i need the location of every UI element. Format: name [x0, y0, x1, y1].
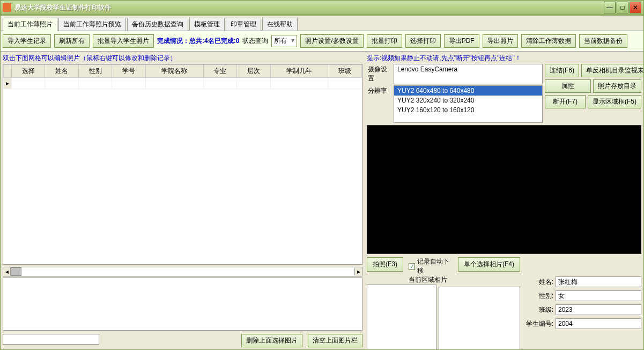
path-input[interactable] — [3, 334, 99, 345]
toolbar: 导入学生记录 刷新所有 批量导入学生照片 完成情况：总共:4名已完成:0 状态查… — [1, 31, 643, 52]
image-strip[interactable] — [3, 278, 362, 331]
disconnect-button[interactable]: 断开(F7) — [545, 95, 586, 108]
select-print-button[interactable]: 选择打印 — [405, 34, 441, 48]
row-marker-icon: ▸ — [4, 78, 12, 89]
col-college[interactable]: 学院名称 — [145, 65, 203, 78]
maximize-button[interactable]: □ — [617, 2, 628, 13]
lower-left-panel: ◂ ▸ 删除上面选择图片 清空上面图片栏 — [3, 267, 362, 347]
col-name[interactable]: 姓名 — [45, 65, 78, 78]
batch-import-button[interactable]: 批量导入学生照片 — [93, 34, 154, 48]
camera-preview — [367, 125, 641, 254]
resolution-option[interactable]: YUY2 160x120 to 160x120 — [394, 105, 542, 115]
window-title: 易达大学院校学生证制作打印软件 — [14, 3, 603, 12]
slider-right-icon[interactable]: ▸ — [354, 268, 362, 275]
app-icon — [3, 3, 11, 12]
grid-instruction: 双击下面网格可以编辑照片（鼠标右键可以修改和删除记录） — [3, 54, 362, 63]
left-panel: 双击下面网格可以编辑照片（鼠标右键可以修改和删除记录） 选择 姓名 性别 学号 … — [1, 52, 365, 349]
device-select[interactable]: Lenovo EasyCamera — [394, 64, 543, 84]
export-pdf-button[interactable]: 导出PDF — [444, 34, 479, 48]
resolution-option[interactable]: YUY2 640x480 to 640x480 — [394, 86, 542, 96]
capture-button[interactable]: 拍照(F3) — [367, 257, 403, 272]
resolution-option[interactable]: YUY2 320x240 to 320x240 — [394, 96, 542, 105]
batch-print-button[interactable]: 批量打印 — [367, 34, 402, 48]
col-select[interactable]: 选择 — [12, 65, 45, 78]
col-class[interactable]: 班级 — [328, 65, 362, 78]
name-input[interactable] — [556, 276, 641, 287]
tab-stamp[interactable]: 印章管理 — [226, 18, 261, 31]
tab-current-photos[interactable]: 当前工作薄照片 — [3, 18, 57, 31]
auto-next-label: 记录自动下移 — [417, 257, 453, 275]
photo-dir-button[interactable]: 照片存放目录 — [593, 79, 641, 93]
slider-left-icon[interactable]: ◂ — [3, 268, 11, 275]
sid-label: 学生编号: — [523, 319, 553, 329]
col-id[interactable]: 学号 — [112, 65, 145, 78]
col-years[interactable]: 学制几年 — [270, 65, 328, 78]
titlebar: 易达大学院校学生证制作打印软件 — □ ✕ — [0, 0, 644, 15]
auto-next-checkbox[interactable]: ✓ — [409, 263, 415, 270]
col-sex[interactable]: 性别 — [78, 65, 112, 78]
col-major[interactable]: 专业 — [203, 65, 236, 78]
table-row[interactable]: ▸ — [4, 78, 362, 89]
connect-button[interactable]: 连结(F6) — [545, 64, 579, 77]
resolution-label: 分辨率 — [367, 85, 394, 123]
single-select-button[interactable]: 单个选择相片(F4) — [458, 257, 520, 272]
horizontal-slider[interactable]: ◂ ▸ — [3, 267, 362, 276]
tab-template[interactable]: 模板管理 — [189, 18, 225, 31]
captured-photo-area-1[interactable] — [367, 285, 436, 349]
slr-dir-button[interactable]: 单反相机目录监视未启用 — [581, 64, 643, 77]
name-label: 姓名: — [523, 278, 553, 287]
resolution-list[interactable]: YUY2 640x480 to 640x480 YUY2 320x240 to … — [394, 85, 543, 123]
close-button[interactable]: ✕ — [630, 2, 641, 13]
delete-selected-button[interactable]: 删除上面选择图片 — [241, 334, 302, 347]
status-query-label: 状态查询 — [242, 37, 268, 46]
tab-bar: 当前工作薄照片 当前工作薄照片预览 备份历史数据查询 模板管理 印章管理 在线帮… — [1, 16, 643, 31]
sex-input[interactable] — [556, 290, 641, 301]
completion-status: 完成情况：总共:4名已完成:0 — [157, 37, 239, 46]
backup-button[interactable]: 当前数据备份 — [579, 34, 627, 48]
tab-preview[interactable]: 当前工作薄照片预览 — [58, 18, 126, 31]
device-label: 摄像设置 — [367, 64, 394, 84]
slider-thumb[interactable] — [11, 267, 21, 276]
export-photo-button[interactable]: 导出照片 — [483, 34, 518, 48]
clear-images-button[interactable]: 清空上面图片栏 — [308, 334, 362, 347]
refresh-button[interactable]: 刷新所有 — [54, 34, 90, 48]
right-panel: 提示:视频如果静止不动请,先点"断开"按钮再点"连结"！ 摄像设置 Lenovo… — [365, 52, 643, 349]
properties-button[interactable]: 属性 — [545, 79, 591, 93]
camera-hint: 提示:视频如果静止不动请,先点"断开"按钮再点"连结"！ — [367, 54, 641, 63]
photo-settings-button[interactable]: 照片设置/参数设置 — [300, 34, 363, 48]
sex-label: 性别: — [523, 291, 553, 301]
tab-help[interactable]: 在线帮助 — [262, 18, 298, 31]
col-level[interactable]: 层次 — [237, 65, 270, 78]
tab-history[interactable]: 备份历史数据查询 — [127, 18, 188, 31]
class-input[interactable] — [556, 304, 641, 315]
class-label: 班级: — [523, 305, 553, 315]
sid-input[interactable] — [556, 318, 641, 329]
status-filter-combo[interactable]: 所有 — [271, 35, 297, 47]
student-grid[interactable]: 选择 姓名 性别 学号 学院名称 专业 层次 学制几年 班级 — [3, 64, 362, 265]
import-button[interactable]: 导入学生记录 — [3, 34, 51, 48]
show-region-button[interactable]: 显示区域框(F5) — [588, 95, 641, 108]
current-region-label: 当前区域相片 — [409, 275, 453, 285]
minimize-button[interactable]: — — [604, 2, 616, 13]
captured-photo-area-2[interactable] — [439, 287, 520, 349]
clear-workbook-button[interactable]: 清除工作薄数据 — [521, 34, 576, 48]
